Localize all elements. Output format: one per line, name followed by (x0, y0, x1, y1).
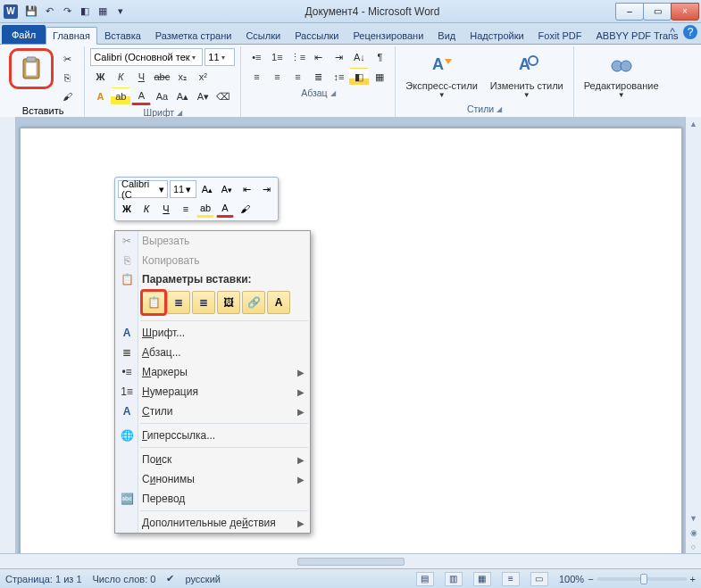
mini-grow-icon[interactable]: A▴ (198, 180, 216, 198)
ctx-search[interactable]: Поиск▶ (115, 450, 310, 469)
zoom-level[interactable]: 100% (559, 574, 584, 584)
change-case-button[interactable]: Aa (152, 87, 171, 105)
save-icon[interactable]: 💾 (23, 4, 39, 20)
mini-font-color-button[interactable]: A (216, 200, 234, 218)
ctx-hyperlink[interactable]: 🌐Гиперссылка... (115, 426, 310, 445)
paragraph-launcher-icon[interactable]: ◢ (330, 89, 336, 97)
borders-button[interactable]: ▦ (370, 68, 389, 86)
font-name-combo[interactable]: Calibri (Основной тек▾ (90, 48, 203, 66)
status-language[interactable]: русский (185, 574, 220, 584)
redo-icon[interactable]: ↷ (59, 4, 75, 20)
format-painter-icon[interactable]: 🖌 (57, 87, 77, 105)
quick-styles-button[interactable]: A Экспресс-стили▼ (401, 48, 481, 102)
minimize-button[interactable]: – (615, 3, 644, 21)
tab-file[interactable]: Файл (2, 25, 46, 44)
font-launcher-icon[interactable]: ◢ (177, 109, 182, 117)
ctx-synonyms[interactable]: Синонимы▶ (115, 469, 310, 489)
mini-indent-dec-icon[interactable]: ⇤ (238, 180, 255, 198)
font-color-button[interactable]: A (131, 87, 151, 105)
align-right-button[interactable]: ≡ (288, 68, 307, 86)
mini-format-painter-button[interactable]: 🖌 (236, 200, 254, 218)
underline-button[interactable]: Ч (131, 68, 151, 86)
tab-insert[interactable]: Вставка (97, 27, 148, 44)
grow-font-button[interactable]: A▴ (172, 87, 192, 105)
ctx-styles[interactable]: AСтили▶ (115, 402, 310, 421)
status-words[interactable]: Число слов: 0 (93, 574, 156, 584)
help-icon[interactable]: ? (683, 25, 697, 39)
italic-button[interactable]: К (111, 68, 130, 86)
highlight-button[interactable]: ab (111, 87, 130, 105)
minimize-ribbon-icon[interactable]: ^ (665, 25, 680, 39)
superscript-button[interactable]: x² (193, 68, 213, 86)
paste-link-icon[interactable]: 🔗 (242, 291, 265, 314)
paste-use-dest-icon[interactable]: ≣ (192, 291, 215, 314)
tab-references[interactable]: Ссылки (238, 27, 288, 44)
scroll-up-icon[interactable]: ▲ (686, 117, 701, 131)
ctx-translate[interactable]: 🔤Перевод (115, 489, 310, 509)
shrink-font-button[interactable]: A▾ (193, 87, 213, 105)
font-size-combo[interactable]: 11▾ (204, 48, 235, 66)
subscript-button[interactable]: x₂ (172, 68, 192, 86)
decrease-indent-button[interactable]: ⇤ (308, 48, 328, 66)
sort-button[interactable]: A↓ (349, 48, 369, 66)
view-web-icon[interactable]: ▦ (473, 572, 491, 586)
mini-italic-button[interactable]: К (138, 200, 155, 218)
multilevel-button[interactable]: ⋮≡ (288, 48, 307, 66)
tab-review[interactable]: Рецензировани (346, 27, 431, 44)
view-print-layout-icon[interactable]: ▤ (416, 572, 434, 586)
bullets-button[interactable]: •≡ (246, 48, 266, 66)
styles-launcher-icon[interactable]: ◢ (497, 105, 502, 113)
vertical-scrollbar[interactable]: ▲ ▼ ◉ ○ ◉ (685, 117, 701, 568)
scroll-down-icon[interactable]: ▼ (686, 511, 701, 526)
paste-picture-icon[interactable]: 🖼 (217, 291, 240, 314)
align-center-button[interactable]: ≡ (267, 68, 287, 86)
mini-underline-button[interactable]: Ч (157, 200, 175, 218)
copy-icon[interactable]: ⎘ (57, 69, 77, 87)
mini-highlight-button[interactable]: ab (196, 200, 214, 218)
mini-size-combo[interactable]: 11▾ (170, 180, 196, 198)
editing-button[interactable]: Редактирование▼ (580, 48, 663, 102)
browse-object-icon[interactable]: ○ (686, 540, 701, 554)
increase-indent-button[interactable]: ⇥ (329, 48, 348, 66)
zoom-slider[interactable] (597, 577, 687, 581)
close-button[interactable]: × (671, 3, 699, 21)
tab-view[interactable]: Вид (430, 27, 463, 44)
strike-button[interactable]: abc (152, 68, 171, 86)
clear-format-button[interactable]: ⌫ (213, 87, 233, 105)
ctx-font[interactable]: AШрифт... (115, 323, 310, 343)
paste-text-only-icon[interactable]: A (267, 291, 290, 314)
numbering-button[interactable]: 1≡ (267, 48, 287, 66)
ctx-numbering[interactable]: 1≡Нумерация▶ (115, 382, 310, 402)
show-marks-button[interactable]: ¶ (370, 48, 389, 66)
qat-dropdown-icon[interactable]: ▾ (113, 4, 129, 20)
mini-shrink-icon[interactable]: A▾ (218, 180, 236, 198)
horizontal-scrollbar[interactable] (0, 553, 701, 568)
prev-page-icon[interactable]: ◉ (686, 526, 701, 540)
paste-keep-source-icon[interactable]: 📋 (142, 291, 165, 314)
cut-icon[interactable]: ✂ (57, 50, 77, 68)
view-fullscreen-icon[interactable]: ▥ (445, 572, 463, 586)
mini-indent-inc-icon[interactable]: ⇥ (257, 180, 275, 198)
justify-button[interactable]: ≣ (308, 68, 328, 86)
object-icon[interactable]: ◧ (77, 4, 93, 20)
align-left-button[interactable]: ≡ (246, 68, 266, 86)
view-outline-icon[interactable]: ≡ (502, 572, 520, 586)
view-draft-icon[interactable]: ▭ (530, 572, 548, 586)
paste-merge-icon[interactable]: ≣ (167, 291, 190, 314)
tab-foxit[interactable]: Foxit PDF (531, 27, 589, 44)
paste-button[interactable] (13, 52, 50, 86)
table-icon[interactable]: ▦ (95, 4, 111, 20)
tab-addins[interactable]: Надстройки (463, 27, 530, 44)
undo-icon[interactable]: ↶ (41, 4, 57, 20)
zoom-out-button[interactable]: − (588, 574, 593, 584)
zoom-in-button[interactable]: + (690, 574, 696, 584)
ctx-actions[interactable]: Дополнительные действия▶ (115, 513, 310, 533)
tab-page-layout[interactable]: Разметка страни (148, 27, 239, 44)
shading-button[interactable]: ◧ (349, 68, 369, 86)
mini-bold-button[interactable]: Ж (118, 200, 136, 218)
status-spell-icon[interactable]: ✔ (166, 573, 174, 584)
change-styles-button[interactable]: A Изменить стили▼ (486, 48, 568, 102)
ctx-paragraph[interactable]: ≣Абзац... (115, 343, 310, 362)
mini-font-combo[interactable]: Calibri (С▾ (118, 180, 168, 198)
tab-mailings[interactable]: Рассылки (288, 27, 346, 44)
